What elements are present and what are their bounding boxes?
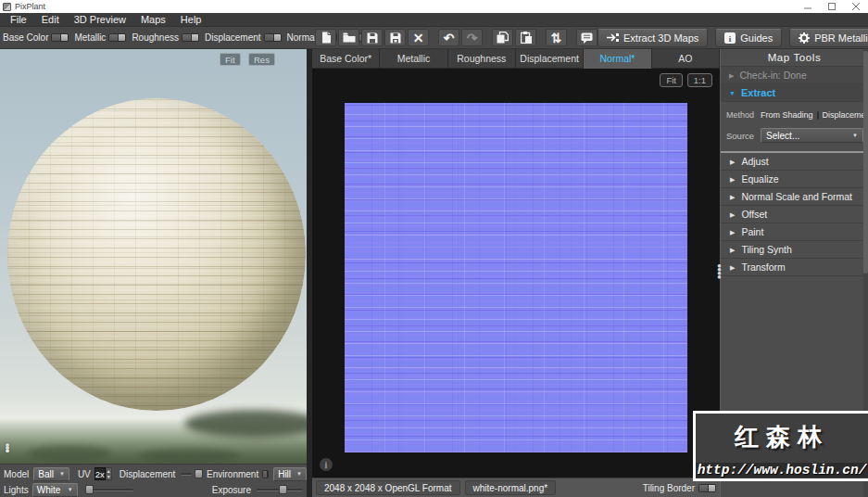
- new-button[interactable]: [315, 29, 336, 46]
- lights-slider[interactable]: [85, 489, 133, 491]
- chevron-right-icon: ▶: [730, 194, 735, 200]
- preview-res-button[interactable]: Res: [248, 53, 275, 66]
- tiling-border-toggle[interactable]: [698, 484, 716, 492]
- open-folder-icon: [343, 32, 356, 43]
- swap-maps-button[interactable]: ⇅: [546, 29, 567, 46]
- viewer-fit-button[interactable]: Fit: [660, 73, 683, 87]
- section-normal-scale-format[interactable]: ▶Normal Scale and Format: [721, 188, 868, 206]
- preview-sphere-model[interactable]: [7, 98, 306, 411]
- exposure-slider[interactable]: [257, 489, 303, 491]
- method-toggle[interactable]: [817, 111, 819, 120]
- tab-displacement[interactable]: Displacement: [516, 49, 584, 69]
- section-tiling-synth[interactable]: ▶Tiling Synth: [721, 241, 868, 259]
- displacement-toggle-label: Displacement: [205, 32, 261, 43]
- section-transform[interactable]: ▶Transform: [721, 259, 868, 276]
- preview-3d-viewport[interactable]: Fit Res ●●●: [0, 49, 307, 464]
- viewer-status-bar: 2048 x 2048 x OpenGL Format white-normal…: [312, 478, 720, 497]
- redo-button[interactable]: ↷: [461, 29, 483, 46]
- roughness-toggle[interactable]: [182, 33, 199, 42]
- close-map-button[interactable]: ✕: [408, 29, 429, 46]
- copy-button[interactable]: [492, 29, 513, 46]
- source-select[interactable]: Select... ▼: [761, 128, 863, 143]
- chevron-right-icon: ▶: [730, 247, 735, 253]
- chevron-right-icon: ▶: [730, 159, 735, 165]
- viewer-info-icon[interactable]: i: [320, 458, 333, 471]
- info-icon: i: [724, 32, 736, 44]
- uv-value[interactable]: 2x: [94, 467, 106, 480]
- section-offset[interactable]: ▶Offset: [721, 206, 868, 223]
- app-logo-icon: [3, 3, 11, 11]
- extract-3d-maps-button[interactable]: Extract 3D Maps: [598, 29, 708, 47]
- uv-stepper[interactable]: ▲▼: [106, 467, 112, 480]
- map-tools-title: Map Tools: [721, 49, 868, 67]
- panel-drag-handle[interactable]: ●●●●: [717, 264, 721, 279]
- toolbar-right-buttons: Extract 3D Maps i Guides PBR Metallic | …: [598, 29, 868, 47]
- method-from-shading[interactable]: From Shading: [761, 110, 813, 120]
- title-bar: PixPlant: [0, 0, 868, 13]
- chevron-down-icon: ▼: [852, 133, 858, 138]
- menu-maps[interactable]: Maps: [134, 13, 172, 27]
- displacement-toggle[interactable]: [264, 33, 282, 42]
- save-as-button[interactable]: [384, 29, 406, 46]
- menu-help[interactable]: Help: [174, 13, 208, 27]
- pbr-settings-button[interactable]: PBR Metallic | H+V: [789, 29, 868, 47]
- map-viewer[interactable]: Fit 1:1 i: [312, 69, 720, 478]
- minimize-button[interactable]: [796, 0, 820, 13]
- model-select[interactable]: Ball▼: [33, 467, 69, 481]
- menu-file[interactable]: File: [4, 13, 33, 27]
- viewer-1to1-button[interactable]: 1:1: [687, 73, 712, 87]
- paste-icon: [521, 32, 532, 44]
- window-title: PixPlant: [15, 2, 45, 11]
- save-as-icon: [390, 32, 401, 44]
- close-button[interactable]: [844, 0, 868, 13]
- paste-button[interactable]: [515, 29, 536, 46]
- model-label: Model: [4, 469, 29, 479]
- maximize-button[interactable]: [820, 0, 844, 13]
- image-size-button[interactable]: 2048 x 2048 x OpenGL Format: [316, 480, 460, 495]
- environment-toggle[interactable]: [262, 470, 269, 478]
- chevron-right-icon: ▶: [730, 211, 735, 218]
- section-equalize[interactable]: ▶Equalize: [721, 171, 868, 188]
- tab-normal[interactable]: Normal*: [584, 49, 651, 69]
- environment-select[interactable]: Hill▼: [273, 467, 307, 481]
- method-displacements[interactable]: Displacements: [823, 110, 868, 120]
- source-label: Source: [726, 131, 754, 141]
- guides-button[interactable]: i Guides: [715, 29, 782, 47]
- metallic-toggle[interactable]: [108, 33, 126, 42]
- section-adjust[interactable]: ▶Adjust: [721, 153, 868, 171]
- lights-label: Lights: [4, 485, 29, 495]
- tab-roughness[interactable]: Roughness: [448, 49, 516, 69]
- tab-ao[interactable]: AO: [652, 49, 720, 69]
- file-name-button[interactable]: white-normal.png*: [465, 480, 557, 495]
- model-settings-bar: Model Ball▼ UV 2x ▲▼ Displacement Enviro…: [0, 464, 307, 497]
- map-tabs: Base Color* Metallic Roughness Displacem…: [312, 49, 720, 69]
- normal-map-image[interactable]: [345, 103, 687, 452]
- menu-3d-preview[interactable]: 3D Preview: [68, 13, 132, 27]
- tab-base-color[interactable]: Base Color*: [312, 49, 380, 69]
- preview-fit-button[interactable]: Fit: [220, 53, 241, 66]
- checkin-section-header[interactable]: ▶ Check-in: Done: [721, 67, 868, 84]
- undo-button[interactable]: ↶: [438, 29, 459, 46]
- lights-select[interactable]: White▼: [32, 483, 78, 497]
- displacement-slider[interactable]: [181, 473, 192, 476]
- map-display-toggles: Base Color Metallic Roughness Displaceme…: [0, 30, 312, 45]
- chevron-down-icon: ▼: [291, 471, 302, 477]
- gear-icon: [799, 32, 810, 44]
- chevron-down-icon: ▼: [54, 471, 65, 477]
- menu-edit[interactable]: Edit: [35, 13, 66, 27]
- tab-metallic[interactable]: Metallic: [380, 49, 447, 69]
- displacement-label: Displacement: [120, 469, 176, 479]
- open-button[interactable]: [338, 29, 359, 46]
- comment-button[interactable]: [576, 29, 598, 46]
- section-paint[interactable]: ▶Paint: [721, 223, 868, 241]
- watermark-url: http://www.hoslin.cn/: [696, 463, 868, 478]
- extract-arrow-icon: [607, 32, 619, 43]
- base-color-toggle[interactable]: [51, 33, 69, 42]
- extract-section-header[interactable]: ▼ Extract: [721, 84, 868, 102]
- save-button[interactable]: [361, 29, 383, 46]
- base-color-toggle-label: Base Color: [3, 32, 48, 43]
- tiling-border-label: Tiling Border: [643, 483, 695, 493]
- preview-info-handle[interactable]: ●●●: [5, 444, 10, 452]
- map-editor-area: Base Color* Metallic Roughness Displacem…: [312, 49, 720, 497]
- extract-source-row: Source Select... ▼: [721, 123, 868, 149]
